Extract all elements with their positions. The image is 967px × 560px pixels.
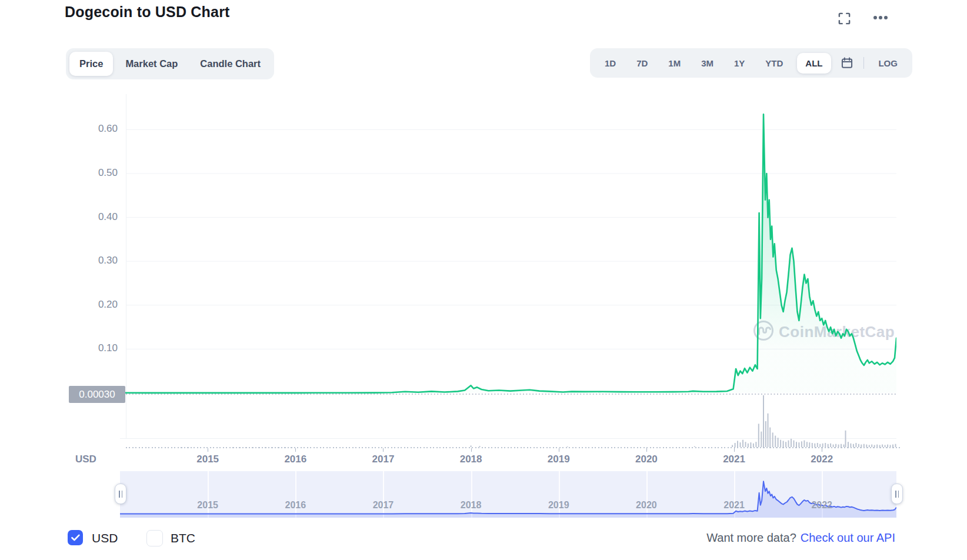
x-axis-tick (383, 448, 384, 452)
price-chart-plot[interactable] (120, 94, 896, 447)
usd-checkbox[interactable] (68, 530, 83, 545)
y-axis-unit-label: USD (75, 454, 96, 465)
range-button-all[interactable]: ALL (797, 53, 831, 74)
x-axis-tick-label: 2020 (626, 454, 667, 465)
tab-candle-chart[interactable]: Candle Chart (190, 52, 271, 76)
log-scale-button[interactable]: LOG (872, 53, 904, 74)
navigator-year-label: 2021 (713, 500, 755, 511)
tab-price[interactable]: Price (69, 52, 113, 76)
y-axis-tick-label: 0.50 (65, 167, 118, 179)
x-axis-tick-label: 2021 (713, 454, 755, 465)
navigator-year-label: 2015 (187, 500, 228, 511)
navigator-year-label: 2017 (362, 500, 404, 511)
x-axis-tick-label: 2019 (538, 454, 579, 465)
navigator-year-label: 2022 (801, 500, 842, 511)
range-button-1y[interactable]: 1Y (728, 53, 751, 74)
navigator-left-handle[interactable] (115, 484, 126, 504)
api-prompt-text: Want more data? (706, 531, 796, 545)
range-button-7d[interactable]: 7D (630, 53, 654, 74)
x-axis-tick (559, 448, 559, 452)
y-axis-tick-label: 0.10 (65, 342, 118, 354)
range-button-1m[interactable]: 1M (662, 53, 687, 74)
y-axis-tick-label: 0.30 (65, 255, 118, 266)
btc-checkbox-label: BTC (171, 531, 195, 545)
navigator-year-label: 2016 (275, 500, 316, 511)
x-axis-tick-label: 2018 (451, 454, 492, 465)
x-axis-tick (471, 448, 472, 452)
page-title: Dogecoin to USD Chart (65, 4, 230, 21)
x-axis-tick (646, 448, 647, 452)
range-button-3m[interactable]: 3M (695, 53, 720, 74)
navigator-year-label: 2018 (451, 500, 492, 511)
navigator-year-label: 2019 (538, 500, 579, 511)
x-axis-tick (734, 448, 735, 452)
x-axis-tick (208, 448, 208, 452)
range-toolbar: 1D7D1M3M1YYTDALLLOG (590, 48, 912, 78)
x-axis-tick-label: 2016 (275, 454, 316, 465)
x-axis-tick-label: 2015 (187, 454, 228, 465)
navigator-right-handle[interactable] (891, 484, 903, 504)
x-axis-tick-label: 2017 (362, 454, 404, 465)
range-button-ytd[interactable]: YTD (759, 53, 789, 74)
navigator-plot[interactable] (120, 471, 896, 518)
more-options-icon[interactable] (873, 15, 888, 20)
api-promo: Want more data? Check out our API (706, 531, 895, 545)
tab-market-cap[interactable]: Market Cap (115, 52, 188, 76)
fullscreen-icon[interactable] (838, 12, 851, 25)
x-axis-tick (822, 448, 822, 452)
calendar-icon[interactable] (838, 54, 856, 72)
toolbar-divider (863, 57, 864, 69)
min-price-badge: 0.00030 (69, 386, 125, 403)
y-axis-tick-label: 0.20 (65, 299, 118, 311)
api-link[interactable]: Check out our API (801, 531, 895, 545)
x-axis-tick-label: 2022 (801, 454, 842, 465)
chart-type-tabs: PriceMarket CapCandle Chart (66, 48, 274, 79)
range-button-1d[interactable]: 1D (598, 53, 622, 74)
y-axis-tick-label: 0.60 (65, 123, 118, 135)
navigator-year-label: 2020 (626, 500, 667, 511)
btc-checkbox[interactable] (146, 530, 163, 546)
x-axis-dotted-line (126, 447, 900, 448)
usd-checkbox-label: USD (92, 531, 118, 545)
dogecoin-chart-page: Dogecoin to USD Chart PriceMarket CapCan… (0, 0, 967, 560)
x-axis-tick (295, 448, 296, 452)
y-axis-tick-label: 0.40 (65, 211, 118, 223)
